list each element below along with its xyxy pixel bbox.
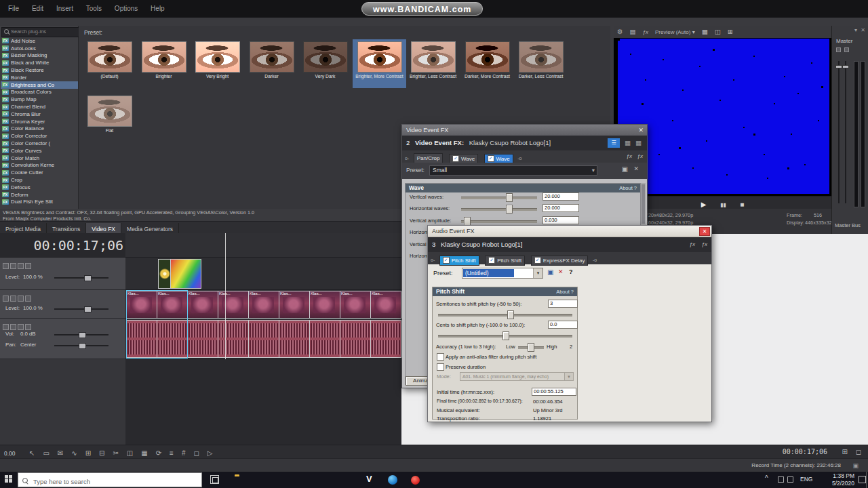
envelope-icon[interactable]: ∿ (67, 449, 81, 457)
plugin-checkbox[interactable]: ✓ (534, 257, 541, 264)
mode-dropdown[interactable]: A01. Music 1 (minimum flange, may echo)▾ (460, 372, 574, 381)
video-event[interactable]: Klas... (218, 291, 249, 319)
menu-file[interactable]: File (3, 0, 24, 18)
copy-snapshot-icon[interactable]: ⊞ (724, 26, 736, 38)
fx-list-item[interactable]: FXBlack and White (1, 59, 78, 66)
timeline-event-rainbow[interactable] (170, 259, 201, 289)
scrollbar-thumb[interactable] (642, 184, 645, 224)
fx-list-item[interactable]: FXChannel Blend (1, 103, 78, 110)
trim-icon[interactable]: ◫ (123, 449, 137, 457)
track-level-slider-handle[interactable] (84, 275, 92, 281)
video-track-2-lane[interactable]: Klas... Klas... Klas... Klas... Klas... … (125, 290, 401, 319)
remove-fx-icon[interactable]: ƒx (637, 150, 643, 162)
param-slider-handle[interactable] (506, 193, 513, 202)
plugin-checkbox[interactable]: ✓ (488, 257, 495, 264)
edit-cursor[interactable] (225, 233, 226, 359)
accuracy-slider-handle[interactable] (528, 343, 534, 352)
fx-list-item[interactable]: FXColor Match (1, 155, 78, 162)
play-from-start-icon[interactable]: ▷ (203, 449, 217, 457)
preserve-duration-checkbox[interactable] (437, 363, 444, 371)
param-value[interactable]: 0.030 (542, 216, 579, 224)
menu-insert[interactable]: Insert (51, 0, 79, 18)
volume-tray-icon[interactable] (787, 476, 793, 483)
preset-thumbnail-selected[interactable]: Brighter, More Contrast (353, 39, 406, 88)
video-event[interactable]: Klas... (248, 291, 279, 319)
track-level-slider-handle[interactable] (84, 306, 92, 312)
fx-list-item[interactable]: FXDefocus (1, 184, 78, 191)
close-icon[interactable]: ✕ (861, 27, 865, 33)
preset-thumbnail[interactable]: Darker (245, 39, 298, 88)
preset-dropdown[interactable]: Small▾ (429, 165, 597, 176)
grid-view-icon[interactable]: ▦ (635, 136, 642, 150)
chain-plugin-pan-crop[interactable]: Pan/Crop (414, 153, 443, 163)
fx-list-item[interactable]: FXColor Corrector ( (1, 140, 78, 147)
menu-options[interactable]: Options (109, 0, 143, 18)
chevron-down-icon[interactable]: ▾ (854, 27, 857, 33)
fx-list-item[interactable]: FXColor Corrector (1, 132, 78, 140)
audio-event[interactable] (309, 320, 340, 358)
close-icon[interactable]: ✕ (638, 125, 644, 136)
grid-icon[interactable]: ▦ (698, 26, 711, 38)
audio-event[interactable] (187, 320, 218, 358)
cents-slider-handle[interactable] (502, 331, 509, 340)
track-button-icon[interactable] (25, 324, 31, 330)
param-slider-handle[interactable] (506, 205, 513, 214)
add-fx-icon[interactable]: ƒx (690, 237, 695, 252)
help-icon[interactable]: ? (569, 268, 573, 275)
grid-icon[interactable]: ⊞ (842, 445, 848, 459)
network-tray-icon[interactable] (778, 476, 784, 483)
master-fader-handle[interactable] (842, 65, 849, 68)
preset-thumbnail[interactable]: Very Bright (191, 39, 244, 88)
play-button[interactable]: ▶ (696, 201, 712, 208)
fx-list-item[interactable]: FXBlack Restore (1, 66, 78, 74)
chevron-down-icon[interactable]: ▾ (533, 268, 542, 278)
timeline-ruler[interactable] (125, 233, 401, 258)
video-track-1-lane[interactable] (125, 258, 401, 290)
video-event[interactable]: Klas... (309, 291, 340, 319)
fx-list-item[interactable]: FXBorder (1, 74, 78, 81)
save-preset-icon[interactable]: ▣ (547, 268, 553, 276)
fx-list-item[interactable]: FXCrop (1, 176, 78, 184)
video-event[interactable]: Klas... (370, 291, 401, 319)
list-icon[interactable]: ◻ (856, 445, 861, 459)
bandicam-recording-icon[interactable] (411, 476, 420, 485)
master-fader-handle[interactable] (835, 65, 842, 68)
preset-thumbnail[interactable]: Brighter (137, 39, 191, 88)
fx-list-item[interactable]: FXBézier Masking (1, 52, 78, 60)
envelope-tool-icon[interactable]: ▭ (39, 449, 53, 457)
plugin-checkbox[interactable]: ✓ (443, 257, 450, 264)
fx-list-item[interactable]: FXColor Balance (1, 125, 78, 133)
track-button-icon[interactable] (18, 324, 24, 330)
fx-list-item[interactable]: FXDual Fish Eye Stit (1, 199, 78, 206)
taskbar-search-box[interactable]: Type here to search (18, 472, 202, 487)
param-slider[interactable] (461, 220, 537, 223)
mute-button[interactable] (836, 47, 841, 52)
master-fader-right[interactable] (845, 61, 846, 203)
event-tool-icon[interactable]: ◻ (190, 449, 203, 457)
preset-dropdown[interactable]: (Untitled) ▾ (462, 268, 543, 279)
cents-value[interactable]: 0.0 (548, 321, 578, 329)
track-button-icon[interactable] (25, 296, 31, 302)
video-event[interactable]: Klas... (187, 291, 218, 319)
fx-list-item[interactable]: FXBroadcast Colors (1, 89, 78, 96)
preset-thumbnail[interactable]: Flat (83, 94, 136, 142)
task-view-icon[interactable] (210, 475, 219, 484)
audio-event[interactable] (248, 320, 279, 358)
tray-expand-caret[interactable]: ^ (765, 474, 768, 482)
video-event[interactable]: Klas... (126, 291, 157, 319)
audio-track-lane[interactable] (125, 319, 401, 359)
tray-clock[interactable]: 1:38 PM 5/2/2020 (816, 472, 854, 487)
solo-button[interactable] (844, 47, 849, 52)
fx-list-item[interactable]: FXCookie Cutter (1, 169, 78, 176)
split-icon[interactable]: ✂ (108, 449, 122, 457)
antialias-checkbox[interactable] (437, 353, 444, 361)
search-input[interactable]: Search plug-ins (1, 27, 87, 37)
redo-icon[interactable]: ⟳ (152, 449, 165, 457)
save-preset-icon[interactable]: ▣ (622, 165, 628, 173)
plugin-checkbox[interactable]: ✓ (452, 155, 459, 162)
initial-time-input[interactable]: 00:00:55.125 (532, 388, 576, 396)
fx-list-item[interactable]: FXConvolution Kerne (1, 162, 78, 169)
action-center-icon[interactable] (859, 476, 866, 483)
start-button[interactable] (5, 475, 12, 483)
track-level-slider[interactable] (54, 308, 108, 310)
